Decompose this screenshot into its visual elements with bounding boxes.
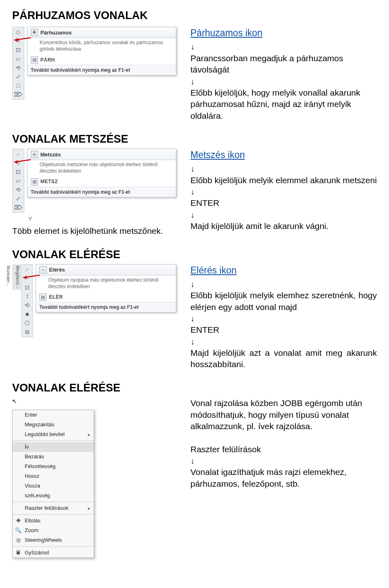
palette-btn-3[interactable]: ⊡: [14, 46, 23, 54]
metszes-text-1: Előbb kijelöljük melyik elemmel akarunk …: [190, 175, 377, 186]
palette-btn-5[interactable]: ⟲: [23, 301, 32, 309]
palette-btn-7[interactable]: □: [14, 81, 23, 90]
palette-btn-trim[interactable]: ⊹: [14, 159, 23, 167]
arrow: ↓: [190, 42, 194, 51]
arrow: ↓: [190, 210, 194, 219]
heading-vonalak-elerese-2: VONALAK ELÉRÉSE: [12, 381, 377, 395]
svg-marker-1: [14, 38, 18, 42]
palette-btn-3[interactable]: ⊡: [14, 168, 23, 176]
palette-btn-1[interactable]: ◇: [14, 28, 23, 36]
extend-icon: ↔: [39, 266, 47, 274]
parhuzamos-text-1: Parancssorban megadjuk a párhuzamos távo…: [190, 53, 377, 76]
tooltip-parh-title: Párhuzamos: [41, 29, 72, 36]
menu-arc[interactable]: Ív: [13, 442, 94, 452]
parhuzamos-link[interactable]: Párhuzamos ikon: [190, 27, 263, 39]
metszes-enter: ENTER: [190, 197, 377, 209]
menu-steering[interactable]: ◎SteeringWheels: [13, 535, 94, 545]
arrow: ↓: [190, 77, 194, 86]
palette-btn-6[interactable]: ⤢: [14, 73, 23, 81]
menu-width[interactable]: széLesség: [13, 491, 94, 500]
palette-btn-7[interactable]: ⌦: [14, 203, 23, 212]
metszes-text-2: Majd kijelöljük amit le akarunk vágni.: [190, 220, 377, 232]
y-label: Y: [12, 213, 176, 223]
palette-btn-extend[interactable]: ↔: [23, 274, 32, 282]
sidebar-tab-2[interactable]: Munkater…: [5, 266, 11, 289]
palette-btn-parallel[interactable]: ≙: [14, 37, 23, 45]
tool-palette: ◇ ≙ ⊡ ▱ ⟲ ⤢ □ ⌦: [12, 27, 24, 100]
arrow: ↓: [190, 164, 194, 173]
palette-btn-4[interactable]: ▱: [14, 177, 23, 185]
menu-length[interactable]: Hossz: [13, 471, 94, 481]
tooltip-metsz-cmd: METSZ: [41, 178, 58, 185]
tooltip-parh-desc: Koncentrikus körök, párhuzamos vonalak é…: [28, 38, 176, 55]
eleres2-text-2: Raszter felülírások: [190, 444, 377, 455]
palette-btn-5[interactable]: ⟲: [14, 64, 23, 72]
arrow: ↓: [190, 187, 194, 196]
sidebar-tab-1[interactable]: Megjelenít…: [15, 266, 21, 289]
tooltip-metsz-title: Metszés: [41, 151, 61, 158]
menu-zoom[interactable]: 🔍Zoom: [13, 526, 94, 535]
metszes-link[interactable]: Metszés ikon: [190, 149, 245, 161]
svg-marker-3: [14, 160, 18, 164]
menu-quickcalc[interactable]: 🖩GySzámol: [13, 548, 94, 558]
menu-osnap-override[interactable]: Raszter felülírások: [13, 503, 94, 513]
eleres2-text-3: Vonalat igazíthatjuk más rajzi elemekhez…: [190, 466, 377, 490]
eleres-text-1: Előbb kijelöljük melyik elemhez szeretné…: [190, 290, 377, 313]
calc-icon: 🖩: [14, 549, 22, 556]
sidebar-tabs: Megjelenít… Munkater…: [12, 264, 21, 290]
palette-btn-8[interactable]: ⌦: [14, 90, 23, 98]
palette-btn-7[interactable]: ⎔: [23, 319, 32, 327]
tooltip-parh-f1: További tudnivalókért nyomja meg az F1-e…: [28, 65, 176, 75]
arrow: ↓: [190, 280, 194, 289]
palette-btn-6[interactable]: ■: [23, 310, 32, 318]
arrow: ↓: [190, 337, 194, 346]
palette-btn-1[interactable]: ⟋: [14, 150, 23, 158]
menu-cancel[interactable]: Megszakítás: [13, 420, 94, 430]
tooltip-metsz-f1: További tudnivalókért nyomja meg az F1-e…: [28, 187, 176, 197]
context-menu: Enter Megszakítás Legutóbbi bevitel Ív B…: [12, 410, 94, 558]
tooltip-parhuzamos: ≙ Párhuzamos Koncentrikus körök, párhuza…: [27, 27, 176, 75]
tool-palette: ⟋ ↔ ⊡ ⟟ ⟲ ■ ⎔ ⧉: [21, 264, 33, 337]
heading-parhuzamos-vonalak: PÁRHUZAMOS VONALAK: [12, 8, 377, 23]
palette-btn-5[interactable]: ⟲: [14, 186, 23, 194]
palette-btn-1[interactable]: ⟋: [23, 265, 32, 274]
eleres2-text-1: Vonal rajzolása közben JOBB egérgomb utá…: [190, 398, 377, 432]
menu-pan[interactable]: ✥Eltolás: [13, 516, 94, 526]
arrow: ↓: [190, 456, 194, 465]
menu-close[interactable]: Bezárás: [13, 452, 94, 462]
cmd-icon: ▤: [31, 56, 38, 64]
metszes-left-note: Több elemet is kijelölhetünk metszőnek.: [12, 225, 176, 237]
arrow: ↓: [190, 314, 194, 323]
parallel-icon: ≙: [31, 29, 38, 36]
parhuzamos-text-2: Előbb kijelöljük, hogy melyik vonallal a…: [190, 87, 377, 122]
zoom-icon: 🔍: [14, 527, 22, 534]
tooltip-eleres: ↔ Elérés Objektum nyújtása más objektumo…: [36, 264, 176, 312]
wheel-icon: ◎: [14, 537, 22, 544]
palette-btn-3[interactable]: ⊡: [23, 283, 32, 291]
svg-marker-5: [23, 276, 27, 279]
heading-vonalak-metszese: VONALAK METSZÉSE: [12, 132, 377, 146]
eleres-link[interactable]: Elérés ikon: [190, 264, 237, 277]
palette-btn-4[interactable]: ⟟: [23, 292, 32, 300]
tooltip-metsz-desc: Objektumok metszése más objektumok éleih…: [28, 160, 176, 177]
trim-icon: ⊹: [31, 151, 38, 158]
cursor-icon: ↖: [12, 398, 17, 405]
tooltip-eler-title: Elérés: [49, 266, 65, 274]
palette-btn-6[interactable]: ⤢: [14, 195, 23, 203]
heading-vonalak-elerese-1: VONALAK ELÉRÉSE: [12, 247, 377, 262]
menu-halfwidth[interactable]: Félszélesség: [13, 462, 94, 471]
palette-btn-4[interactable]: ▱: [14, 55, 23, 63]
menu-recent[interactable]: Legutóbbi bevitel: [13, 430, 94, 439]
eleres-text-2: Majd kijelöljük azt a vonalat amit meg a…: [190, 347, 377, 370]
menu-undo[interactable]: Vissza: [13, 481, 94, 491]
tooltip-metszes: ⊹ Metszés Objektumok metszése más objekt…: [27, 149, 176, 197]
tooltip-parh-cmd: PÁRH: [41, 57, 55, 63]
tooltip-eler-desc: Objektum nyújtása más objektumok éleihez…: [36, 276, 176, 292]
palette-btn-8[interactable]: ⧉: [23, 328, 32, 336]
menu-enter[interactable]: Enter: [13, 410, 94, 420]
eleres-enter: ENTER: [190, 324, 377, 336]
cmd-icon: ▤: [31, 178, 38, 186]
tooltip-eler-cmd: ELÉR: [49, 294, 63, 300]
cmd-icon: ▤: [39, 293, 47, 301]
tool-palette: ⟋ ⊹ ⊡ ▱ ⟲ ⤢ ⌦: [12, 149, 24, 213]
